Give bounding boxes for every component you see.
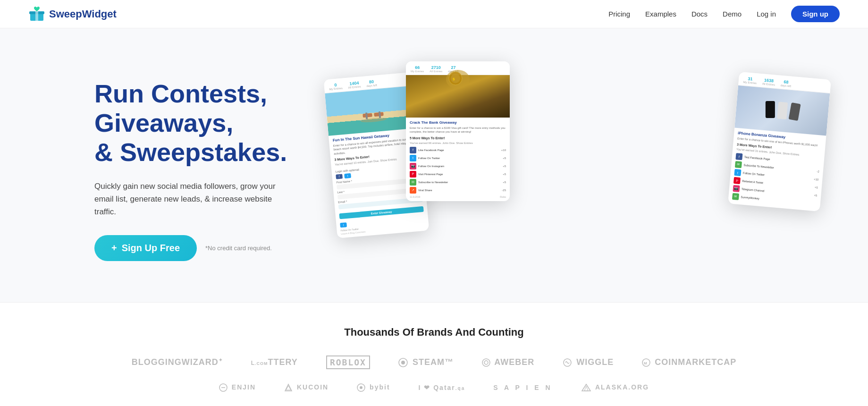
nav-login[interactable]: Log in: [757, 10, 776, 18]
cta-label: Sign Up Free: [122, 243, 180, 254]
svg-point-13: [401, 361, 405, 364]
logo-text: SweepWidget: [49, 8, 117, 20]
hero-screenshots: 0 My Entries 1404 All Entries 80 days le…: [312, 57, 840, 283]
brands-row-1: bloggingwizard✦ L.comttery ROBLOX STEAM™…: [28, 355, 840, 369]
brand-enjin: ENJIN: [219, 383, 256, 392]
brand-qatar: I ❤ Qatar.qa: [419, 384, 465, 391]
nav-pricing[interactable]: Pricing: [608, 10, 630, 18]
brand-bloggingwizard: bloggingwizard✦: [132, 357, 223, 367]
brand-roblox: ROBLOX: [326, 355, 370, 369]
svg-rect-2: [35, 11, 38, 21]
brands-section: Thousands Of Brands And Counting bloggin…: [0, 302, 868, 406]
header: SweepWidget Pricing Examples Docs Demo L…: [0, 0, 868, 28]
svg-point-15: [484, 361, 488, 364]
brand-kucoin: KUCOIN: [284, 383, 329, 392]
ig-icon: 📷: [410, 163, 416, 169]
hero-text-block: Run Contests, Giveaways, & Sweepstakes. …: [94, 79, 321, 262]
card-center-image: $: [406, 75, 510, 118]
svg-marker-25: [582, 384, 590, 391]
nl-icon: ✉: [410, 179, 416, 186]
contest-card-right: 31 My Entries 1638 All Entries 68 days l…: [728, 72, 831, 211]
brand-sapien: S A P I E N: [493, 384, 552, 391]
main-nav: Pricing Examples Docs Demo Log in Sign u…: [608, 6, 840, 22]
card-right-image: [734, 85, 830, 136]
svg-point-24: [360, 386, 362, 389]
svg-point-14: [482, 359, 490, 366]
cta-plus-icon: +: [111, 243, 117, 254]
card-right-nl-icon: ✉: [735, 161, 742, 168]
svg-text:$: $: [453, 77, 455, 81]
card-center-body: Crack The Bank Giveaway Enter for a chan…: [406, 118, 510, 201]
brand-lottery: L.comttery: [251, 357, 298, 367]
card-right-ig-icon: 📷: [733, 185, 740, 192]
brand-wiggle: wiggle: [563, 357, 614, 367]
card-right-nl2-icon: ✉: [732, 193, 739, 200]
nav-demo[interactable]: Demo: [723, 10, 742, 18]
brand-aweber: AWeber: [482, 357, 534, 367]
pt-icon: P: [410, 171, 416, 178]
card-right-fb-icon: f: [735, 153, 742, 160]
logo-icon: [28, 6, 45, 23]
tw-icon: t: [410, 155, 416, 161]
no-credit-card-note: *No credit card required.: [205, 245, 272, 252]
brand-bybit: bybit: [357, 383, 390, 392]
card-right-entries: f Test Facebook Page ✉ Subscribe To News…: [732, 153, 820, 207]
svg-text:M: M: [644, 361, 648, 365]
brands-title: Thousands Of Brands And Counting: [28, 326, 840, 338]
card-center-entries: f Like Facebook Page +10 t Follow On Twi…: [410, 147, 506, 194]
nav-docs[interactable]: Docs: [691, 10, 708, 18]
card-right-tw-icon: t: [734, 169, 741, 176]
contest-card-center: 66 My Entries 2710 All Entries 27 days l…: [406, 61, 510, 201]
sh-icon: ↗: [410, 187, 416, 194]
logo-link[interactable]: SweepWidget: [28, 6, 117, 23]
brands-row-2: ENJIN KUCOIN bybit I ❤ Qatar.qa S A P I …: [28, 383, 840, 392]
hero-actions: + Sign Up Free *No credit card required.: [94, 235, 321, 261]
brand-coinmarketcap: M CoinMarketCap: [642, 357, 736, 367]
brand-alaska: ALASKA.ORG: [581, 383, 649, 392]
svg-point-3: [360, 117, 387, 123]
brand-steam: STEAM™: [398, 357, 454, 367]
nav-signup-button[interactable]: Sign up: [791, 6, 840, 22]
hero-title: Run Contests, Giveaways, & Sweepstakes.: [94, 79, 321, 167]
card-right-body: iPhone Bonanza Giveaway Enter for a chan…: [728, 128, 826, 212]
svg-point-10: [451, 74, 460, 83]
hero-section: Run Contests, Giveaways, & Sweepstakes. …: [0, 28, 868, 302]
hero-subtitle: Quickly gain new social media followers,…: [94, 180, 293, 219]
signup-cta-button[interactable]: + Sign Up Free: [94, 235, 197, 261]
card-right-pt-icon: P: [733, 177, 741, 184]
nav-examples[interactable]: Examples: [645, 10, 676, 18]
fb-icon: f: [410, 147, 416, 153]
